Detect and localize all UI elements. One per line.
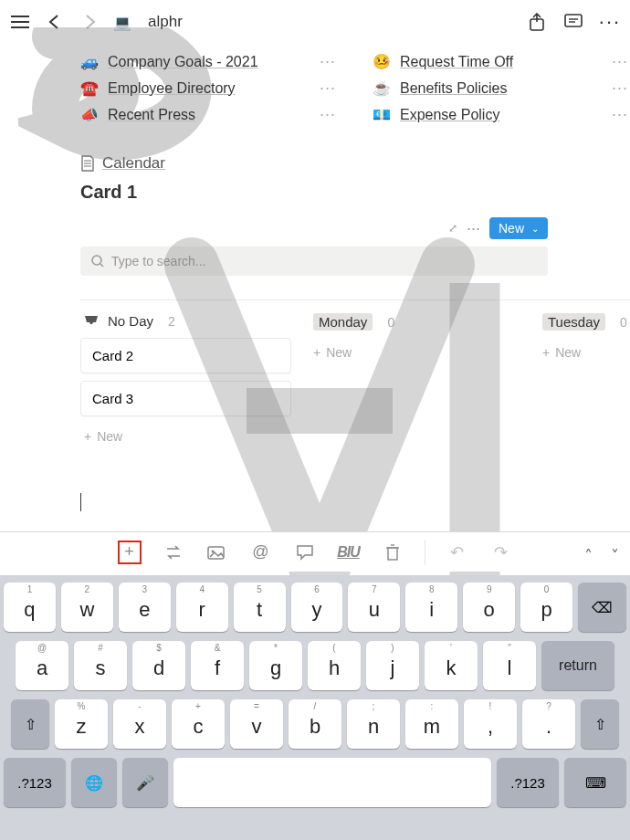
comment-icon[interactable] xyxy=(562,11,584,33)
link-emoji: ☎️ xyxy=(80,79,99,97)
key-j[interactable]: )j xyxy=(366,641,419,690)
key-f[interactable]: &f xyxy=(191,641,244,690)
board-column: Tuesday 0 +New xyxy=(539,313,630,449)
transform-icon[interactable] xyxy=(162,541,185,564)
link-item[interactable]: 💶Expense Policy··· xyxy=(373,106,592,123)
link-item[interactable]: 🤒Request Time Off··· xyxy=(373,53,592,70)
key-o[interactable]: 9o xyxy=(463,583,515,632)
calendar-link[interactable]: Calendar ··· xyxy=(80,154,630,173)
key-v[interactable]: =v xyxy=(230,699,283,749)
key-y[interactable]: 6y xyxy=(291,583,343,632)
page-title: alphr xyxy=(148,13,183,31)
key-l[interactable]: "l xyxy=(483,641,536,690)
mention-icon[interactable]: @ xyxy=(249,541,273,564)
key-d[interactable]: $d xyxy=(132,641,185,690)
key-s[interactable]: #s xyxy=(74,641,127,690)
key-r[interactable]: 4r xyxy=(176,583,228,632)
keyboard-up-icon[interactable]: ˄ xyxy=(584,546,593,566)
column-header[interactable]: No Day 2 xyxy=(80,313,291,329)
key-g[interactable]: *g xyxy=(249,641,302,690)
key-h[interactable]: (h xyxy=(308,641,361,690)
editor-area[interactable] xyxy=(80,493,550,511)
link-column-left: 🚙Company Goals - 2021··· ☎️Employee Dire… xyxy=(80,53,299,123)
comment-add-icon[interactable] xyxy=(293,541,317,564)
key-w[interactable]: 2w xyxy=(61,583,113,632)
key-globe[interactable]: 🌐 xyxy=(71,758,117,807)
board-more-icon[interactable]: ··· xyxy=(467,219,480,238)
back-icon[interactable] xyxy=(44,11,66,33)
keyboard-down-icon[interactable]: ˅ xyxy=(611,546,619,566)
key-b[interactable]: /b xyxy=(289,699,341,749)
key-u[interactable]: 7u xyxy=(348,583,400,632)
search-input[interactable]: Type to search... xyxy=(80,247,548,276)
link-more-icon[interactable]: ··· xyxy=(320,52,336,71)
calendar-label: Calendar xyxy=(102,154,165,173)
key-.[interactable]: ?. xyxy=(522,699,575,749)
link-more-icon[interactable]: ··· xyxy=(320,79,336,98)
forward-icon xyxy=(79,11,100,33)
key-z[interactable]: %z xyxy=(55,699,108,749)
format-button[interactable]: BIU xyxy=(337,541,361,564)
key-c[interactable]: +c xyxy=(172,699,225,749)
svg-rect-16 xyxy=(388,548,397,560)
link-item[interactable]: ☎️Employee Directory··· xyxy=(80,79,299,97)
add-card-button[interactable]: +New xyxy=(310,340,520,365)
key-a[interactable]: @a xyxy=(16,641,68,690)
search-placeholder: Type to search... xyxy=(111,254,206,268)
key-mic[interactable]: 🎤 xyxy=(122,758,168,807)
trash-icon[interactable] xyxy=(381,541,404,564)
link-more-icon[interactable]: ··· xyxy=(320,105,336,124)
link-item[interactable]: 🚙Company Goals - 2021··· xyxy=(80,53,299,70)
more-icon[interactable]: ··· xyxy=(599,11,621,33)
image-icon[interactable] xyxy=(205,541,229,564)
editor-toolbar: + @ BIU ↶ ↷ xyxy=(0,531,630,572)
key-numbers[interactable]: .?123 xyxy=(4,758,66,807)
link-column-right: 🤒Request Time Off··· ☕️Benefits Policies… xyxy=(373,53,592,123)
menu-icon[interactable] xyxy=(9,11,31,33)
add-card-button[interactable]: +New xyxy=(539,340,630,365)
link-label: Expense Policy xyxy=(400,107,499,123)
key-,[interactable]: !, xyxy=(464,699,517,749)
link-emoji: 🤒 xyxy=(373,53,391,70)
undo-icon[interactable]: ↶ xyxy=(446,541,469,564)
expand-icon[interactable]: ⤢ xyxy=(448,222,457,235)
key-hide-keyboard[interactable]: ⌨ xyxy=(564,758,626,807)
key-q[interactable]: 1q xyxy=(4,583,56,632)
link-more-icon[interactable]: ··· xyxy=(612,105,628,124)
key-e[interactable]: 3e xyxy=(119,583,171,632)
new-button[interactable]: New⌄ xyxy=(489,217,548,239)
add-block-button[interactable]: + xyxy=(118,541,142,564)
chevron-down-icon: ⌄ xyxy=(531,224,539,234)
column-header[interactable]: Tuesday 0 xyxy=(539,313,630,331)
key-backspace[interactable]: ⌫ xyxy=(578,583,626,632)
add-card-button[interactable]: +New xyxy=(80,424,291,449)
key-m[interactable]: :m xyxy=(405,699,458,749)
key-t[interactable]: 5t xyxy=(234,583,286,632)
share-icon[interactable] xyxy=(526,11,548,33)
board-card[interactable]: Card 2 xyxy=(80,338,291,373)
key-x[interactable]: -x xyxy=(113,699,166,749)
column-header[interactable]: Monday 0 xyxy=(310,313,520,331)
redo-icon[interactable]: ↷ xyxy=(489,541,513,564)
board-column: No Day 2 Card 2 Card 3 +New xyxy=(80,313,291,449)
link-label: Company Goals - 2021 xyxy=(108,54,258,70)
inbox-icon xyxy=(84,315,99,328)
key-shift[interactable]: ⇧ xyxy=(11,699,49,749)
plus-icon: + xyxy=(84,429,91,444)
key-p[interactable]: 0p xyxy=(520,583,572,632)
kanban-board: No Day 2 Card 2 Card 3 +New Monday 0 +Ne… xyxy=(80,313,630,449)
link-more-icon[interactable]: ··· xyxy=(612,79,628,98)
link-more-icon[interactable]: ··· xyxy=(612,52,628,71)
plus-icon: + xyxy=(542,345,550,360)
key-numbers[interactable]: .?123 xyxy=(497,758,559,807)
key-n[interactable]: ;n xyxy=(347,699,400,749)
link-emoji: 📣 xyxy=(80,106,99,123)
key-return[interactable]: return xyxy=(541,641,614,690)
link-item[interactable]: 📣Recent Press··· xyxy=(80,106,299,123)
board-card[interactable]: Card 3 xyxy=(80,381,291,416)
key-k[interactable]: 'k xyxy=(425,641,478,690)
link-item[interactable]: ☕️Benefits Policies··· xyxy=(373,79,592,97)
key-i[interactable]: 8i xyxy=(405,583,457,632)
key-space[interactable] xyxy=(173,758,491,807)
key-shift[interactable]: ⇧ xyxy=(581,699,619,749)
